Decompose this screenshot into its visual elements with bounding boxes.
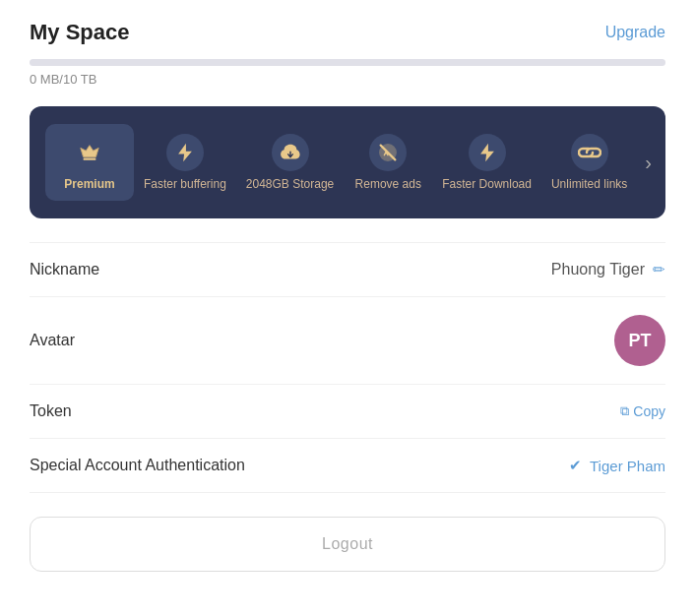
verified-icon: ✔ — [569, 457, 582, 474]
token-row: Token ⧉ Copy — [30, 385, 665, 439]
copy-token-button[interactable]: ⧉ Copy — [620, 403, 665, 419]
premium-item-storage[interactable]: 2048GB Storage — [236, 134, 344, 191]
premium-label-buffering: Faster buffering — [144, 177, 226, 191]
auth-name: Tiger Pham — [590, 458, 665, 474]
premium-item-faster-buffering[interactable]: Faster buffering — [134, 134, 236, 191]
page-title: My Space — [30, 20, 130, 45]
auth-row: Special Account Authentication ✔ Tiger P… — [30, 439, 665, 493]
upgrade-link[interactable]: Upgrade — [605, 24, 665, 41]
page-header: My Space Upgrade — [30, 20, 665, 45]
logout-button[interactable]: Logout — [30, 517, 665, 572]
premium-icon-crown — [71, 134, 108, 171]
faster-buffering-icon — [166, 134, 204, 171]
copy-icon: ⧉ — [620, 403, 629, 419]
avatar-label: Avatar — [30, 332, 75, 349]
premium-label-storage: 2048GB Storage — [246, 177, 334, 191]
storage-progress-section: 0 MB/10 TB — [30, 59, 665, 87]
nickname-value-group: Phuong Tiger ✏ — [551, 261, 665, 278]
avatar-row: Avatar PT — [30, 297, 665, 385]
storage-text: 0 MB/10 TB — [30, 72, 665, 87]
premium-label-download: Faster Download — [442, 177, 532, 191]
premium-label-ads: Remove ads — [355, 177, 421, 191]
unlimited-links-icon — [571, 134, 608, 171]
profile-section: Nickname Phuong Tiger ✏ Avatar PT Token … — [30, 242, 665, 493]
remove-ads-icon — [369, 134, 407, 171]
avatar[interactable]: PT — [614, 315, 665, 366]
premium-label-premium: Premium — [64, 177, 114, 191]
banner-next-arrow[interactable]: › — [645, 152, 652, 174]
premium-label-unlimited: Unlimited links — [551, 177, 627, 191]
premium-item-remove-ads[interactable]: Remove ads — [344, 134, 432, 191]
premium-item-premium[interactable]: Premium — [45, 124, 134, 201]
auth-value-group: ✔ Tiger Pham — [569, 457, 665, 474]
progress-bar-bg — [30, 59, 665, 66]
token-label: Token — [30, 402, 72, 420]
storage-icon — [272, 134, 309, 171]
edit-nickname-icon[interactable]: ✏ — [653, 261, 665, 278]
premium-item-faster-download[interactable]: Faster Download — [432, 134, 541, 191]
faster-download-icon — [469, 134, 506, 171]
svg-rect-1 — [84, 158, 96, 160]
nickname-label: Nickname — [30, 261, 99, 278]
auth-label: Special Account Authentication — [30, 457, 245, 474]
nickname-value: Phuong Tiger — [551, 261, 645, 278]
copy-label: Copy — [633, 403, 665, 419]
svg-marker-0 — [81, 146, 98, 157]
premium-item-unlimited-links[interactable]: Unlimited links — [541, 134, 637, 191]
nickname-row: Nickname Phuong Tiger ✏ — [30, 243, 665, 297]
premium-banner: Premium Faster buffering 2048GB Storage … — [30, 106, 665, 218]
